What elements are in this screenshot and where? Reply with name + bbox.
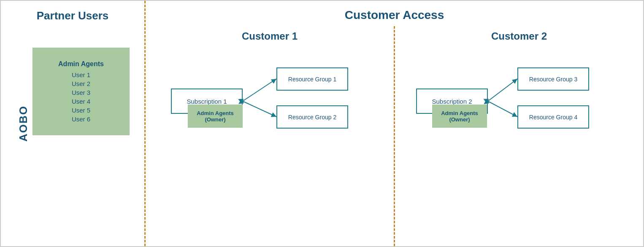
resource-group-2-box: Resource Group 2 bbox=[276, 105, 348, 129]
customer-2-section: Customer 2 Subscription 2 Admin Agents(O… bbox=[395, 26, 643, 246]
admin-agents-users-list: User 1 User 2 User 3 User 4 User 5 User … bbox=[72, 71, 90, 123]
customer-2-title: Customer 2 bbox=[491, 30, 547, 42]
admin-owner-1-box: Admin Agents(Owner) bbox=[188, 105, 243, 128]
svg-line-0 bbox=[243, 79, 276, 101]
customers-row: Customer 1 Subscription 1 Admin Agents(O… bbox=[146, 26, 643, 246]
user-6: User 6 bbox=[72, 115, 90, 123]
customer-1-section: Customer 1 Subscription 1 Admin Agents(O… bbox=[146, 26, 394, 246]
customer-2-diagram: Subscription 2 Admin Agents(Owner) Resou… bbox=[395, 55, 643, 246]
customer-1-arrows bbox=[146, 55, 394, 246]
user-3: User 3 bbox=[72, 89, 90, 96]
user-5: User 5 bbox=[72, 107, 90, 114]
partner-users-title: Partner Users bbox=[37, 9, 109, 22]
user-2: User 2 bbox=[72, 80, 90, 87]
resource-group-3-box: Resource Group 3 bbox=[517, 67, 589, 91]
partner-users-section: Partner Users AOBO Admin Agents User 1 U… bbox=[1, 1, 144, 246]
customer-1-title: Customer 1 bbox=[242, 30, 298, 42]
admin-agents-title: Admin Agents bbox=[58, 60, 104, 68]
customer-access-section: Customer Access Customer 1 Subscription … bbox=[146, 1, 643, 246]
admin-owner-2-box: Admin Agents(Owner) bbox=[432, 105, 487, 128]
user-1: User 1 bbox=[72, 71, 90, 78]
svg-line-2 bbox=[488, 79, 517, 101]
diagram-container: Partner Users AOBO Admin Agents User 1 U… bbox=[0, 0, 644, 247]
customer-access-title: Customer Access bbox=[146, 1, 643, 26]
resource-group-1-box: Resource Group 1 bbox=[276, 67, 348, 91]
aobo-label: AOBO bbox=[17, 105, 30, 142]
resource-group-4-box: Resource Group 4 bbox=[517, 105, 589, 129]
admin-agents-box: Admin Agents User 1 User 2 User 3 User 4… bbox=[32, 48, 130, 135]
svg-line-3 bbox=[488, 101, 517, 117]
customer-1-diagram: Subscription 1 Admin Agents(Owner) Resou… bbox=[146, 55, 394, 246]
user-4: User 4 bbox=[72, 98, 90, 105]
svg-line-1 bbox=[243, 101, 276, 117]
